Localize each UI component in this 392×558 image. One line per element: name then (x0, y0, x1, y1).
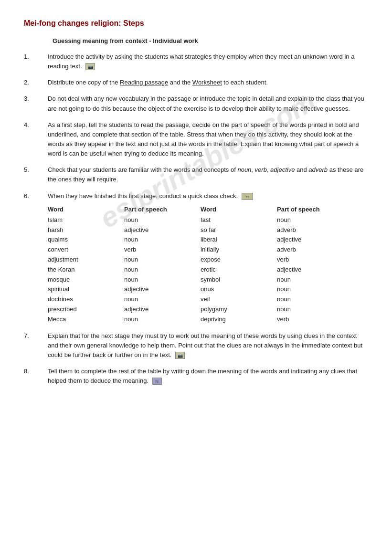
step-2-content: Distribute one copy of the Reading passa… (48, 78, 368, 87)
step-3-num: 3. (24, 94, 48, 113)
cell-koran: the Koran (48, 265, 124, 275)
reading-passage-link[interactable]: Reading passage (120, 79, 168, 86)
step-5: 5. Check that your students are familiar… (24, 165, 368, 184)
table-row: convert verb initially adverb (48, 245, 368, 255)
step-7-text: Explain that for the next stage they mus… (48, 332, 362, 358)
n-icon-8: N (152, 378, 162, 385)
cell-noun-doctrines: noun (124, 295, 201, 305)
col-header-pos1: Part of speech (124, 205, 201, 214)
cell-convert: convert (48, 245, 124, 255)
cell-noun-polygamy: noun (277, 305, 353, 315)
step-6-text: When they have finished this first stage… (48, 192, 238, 200)
cell-spiritual: spiritual (48, 284, 124, 295)
verb-italic: verb (255, 166, 267, 173)
step-3-content: Do not deal with any new vocabulary in t… (48, 94, 368, 113)
cell-doctrines: doctrines (48, 295, 124, 305)
cell-sofar: so far (201, 225, 277, 235)
cell-fast: fast (201, 215, 277, 225)
adverb-italic: adverb (308, 166, 328, 173)
cell-adv-sofar: adverb (277, 225, 353, 235)
step-8-text: Tell them to complete the rest of the ta… (48, 368, 357, 384)
camera-icon-7: 📷 (175, 352, 185, 359)
cell-verb-expose: verb (277, 255, 353, 265)
table-header-row: Word Part of speech Word Part of speech (48, 205, 368, 214)
table-row: qualms noun liberal adjective (48, 235, 368, 245)
cell-noun-fast: noun (277, 215, 353, 225)
cell-erotic: erotic (201, 265, 277, 275)
cell-noun-koran: noun (124, 265, 201, 275)
table-row: Mecca noun depriving verb (48, 315, 368, 325)
table-row: mosque noun symbol noun (48, 275, 368, 285)
cell-veil: veil (201, 295, 277, 305)
cell-initially: initially (201, 245, 277, 255)
table-row: Islam noun fast noun (48, 215, 368, 225)
step-7-content: Explain that for the next stage they mus… (48, 331, 368, 360)
step-6-content: When they have finished this first stage… (48, 191, 368, 325)
cell-mosque: mosque (48, 275, 124, 285)
cell-islam: Islam (48, 215, 124, 225)
page-title: Mei-fong changes religion: Steps (24, 19, 368, 28)
cell-qualms: qualms (48, 235, 124, 245)
step-1-num: 1. (24, 52, 48, 71)
camera-icon-1: 📷 (85, 63, 95, 70)
cell-adjustment: adjustment (48, 255, 124, 265)
subtitle: Guessing meaning from context - Individu… (53, 37, 368, 44)
steps-list: 1. Introduce the activity by asking the … (24, 52, 368, 386)
cell-onus: onus (201, 284, 277, 295)
cell-noun-mecca: noun (124, 315, 201, 325)
cell-adj-harsh: adjective (124, 225, 201, 235)
cell-noun-islam: noun (124, 215, 201, 225)
step-7-num: 7. (24, 331, 48, 360)
worksheet-link[interactable]: Worksheet (192, 79, 222, 86)
cell-noun-onus: noun (277, 284, 353, 295)
cell-noun-adjustment: noun (124, 255, 201, 265)
step-6: 6. When they have finished this first st… (24, 191, 368, 325)
word-table: Word Part of speech Word Part of speech … (48, 205, 368, 325)
step-1: 1. Introduce the activity by asking the … (24, 52, 368, 71)
step-7: 7. Explain that for the next stage they … (24, 331, 368, 360)
table-row: prescribed adjective polygamy noun (48, 305, 368, 315)
step-6-num: 6. (24, 191, 48, 325)
cell-noun-mosque: noun (124, 275, 201, 285)
step-8: 8. Tell them to complete the rest of the… (24, 367, 368, 386)
step-4-content: As a first step, tell the students to re… (48, 120, 368, 159)
step-5-content: Check that your students are familiar wi… (48, 165, 368, 184)
step-2: 2. Distribute one copy of the Reading pa… (24, 78, 368, 87)
cell-noun-symbol: noun (277, 275, 353, 285)
table-row: harsh adjective so far adverb (48, 225, 368, 235)
step-8-content: Tell them to complete the rest of the ta… (48, 367, 368, 386)
col-header-word1: Word (48, 205, 124, 214)
step-1-content: Introduce the activity by asking the stu… (48, 52, 368, 71)
step-4-num: 4. (24, 120, 48, 159)
col-header-pos2: Part of speech (277, 205, 353, 214)
step-5-num: 5. (24, 165, 48, 184)
noun-italic: noun (237, 166, 251, 173)
cell-noun-qualms: noun (124, 235, 201, 245)
cell-noun-veil: noun (277, 295, 353, 305)
adjective-italic: adjective (270, 166, 295, 173)
cell-symbol: symbol (201, 275, 277, 285)
table-row: doctrines noun veil noun (48, 295, 368, 305)
table-row: spiritual adjective onus noun (48, 284, 368, 295)
cell-depriving: depriving (201, 315, 277, 325)
cell-polygamy: polygamy (201, 305, 277, 315)
step-2-num: 2. (24, 78, 48, 87)
cell-adv-initially: adverb (277, 245, 353, 255)
cell-adj-spiritual: adjective (124, 284, 201, 295)
table-row: adjustment noun expose verb (48, 255, 368, 265)
cell-expose: expose (201, 255, 277, 265)
step-4: 4. As a first step, tell the students to… (24, 120, 368, 159)
step-8-num: 8. (24, 367, 48, 386)
grid-icon: ☷ (242, 193, 253, 200)
cell-adj-erotic: adjective (277, 265, 353, 275)
cell-verb-depriving: verb (277, 315, 353, 325)
cell-adj-prescribed: adjective (124, 305, 201, 315)
cell-mecca: Mecca (48, 315, 124, 325)
step-3: 3. Do not deal with any new vocabulary i… (24, 94, 368, 113)
cell-adj-liberal: adjective (277, 235, 353, 245)
cell-harsh: harsh (48, 225, 124, 235)
cell-prescribed: prescribed (48, 305, 124, 315)
cell-verb-convert: verb (124, 245, 201, 255)
col-header-word2: Word (201, 205, 277, 214)
table-row: the Koran noun erotic adjective (48, 265, 368, 275)
